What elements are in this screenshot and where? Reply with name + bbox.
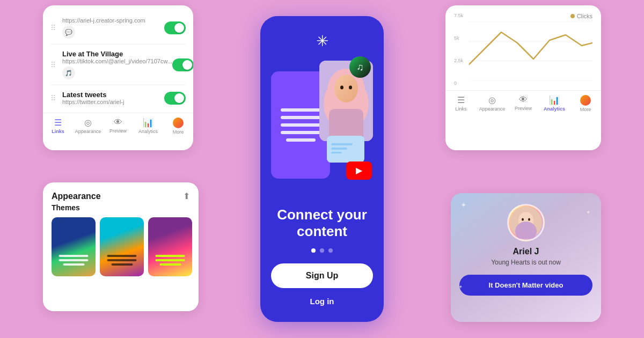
links-icon-analytics: ☰: [457, 95, 465, 105]
chart-y-labels: 7.5k 5k 2.5k 0: [454, 13, 463, 88]
nav-more-label: More: [173, 129, 184, 135]
theme-line-2c: [111, 263, 133, 266]
nav-analytics-preview[interactable]: 👁 Preview: [508, 95, 539, 112]
link-url-3: https://twitter.com/ariel-j: [62, 99, 125, 105]
nav-analytics-appearance-label: Appearance: [479, 106, 506, 112]
nav-bar-analytics: ☰ Links ◎ Appearance 👁 Preview 📊 Analyti…: [445, 90, 601, 114]
theme-line-1c: [63, 263, 84, 266]
center-heading: Connect your content: [271, 207, 373, 240]
toggle-2[interactable]: [172, 58, 193, 71]
nav-analytics-links[interactable]: ☰ Links: [445, 95, 477, 112]
link-title-2: Live at The Village: [62, 50, 172, 58]
preview-nav-icon: 👁: [114, 117, 122, 127]
illus-small-card: [327, 136, 364, 163]
theme-line-2b: [107, 259, 137, 261]
svg-rect-8: [331, 143, 353, 145]
illus-line-2: [281, 116, 321, 119]
appearance-icon-analytics: ◎: [488, 95, 496, 105]
drag-handle-2[interactable]: ⠿: [50, 61, 56, 69]
center-illustration: ♫ ▶: [271, 61, 373, 196]
appearance-card: Appearance ⬆ Themes: [43, 182, 199, 311]
link-icon-2: 🎵: [62, 67, 75, 79]
legend-label-clicks: Clicks: [577, 13, 592, 19]
svg-point-5: [340, 86, 343, 90]
svg-point-6: [349, 86, 352, 90]
center-logo-icon: ✳: [316, 32, 328, 50]
toggle-1[interactable]: [164, 21, 186, 34]
themes-row: [52, 217, 190, 276]
sparkle-1: ✦: [460, 201, 467, 209]
link-icon-chat-1: 💬: [62, 26, 75, 39]
toggle-3[interactable]: [164, 92, 186, 105]
links-nav-icon: ☰: [54, 117, 62, 128]
nav-analytics-preview-label: Preview: [515, 106, 532, 111]
nav-bar-links: ☰ Links ◎ Appearance 👁 Preview 📊 Analyti…: [43, 113, 193, 137]
link-url-2: https://tiktok.com/@ariel_j/video/7107cw…: [62, 58, 172, 64]
profile-avatar: [507, 204, 545, 241]
theme-card-3[interactable]: [148, 217, 192, 276]
illus-line-5: [286, 138, 316, 142]
theme-line-1a: [59, 255, 89, 257]
analytics-nav-icon: 📊: [143, 117, 153, 128]
center-promo-card: ✳: [260, 16, 384, 322]
nav-preview-label: Preview: [109, 128, 127, 134]
dot-3[interactable]: [328, 248, 333, 253]
link-url-1: https://ariel-j.creator-spring.com: [62, 17, 145, 24]
link-title-3: Latest tweets: [62, 91, 125, 99]
theme-card-1[interactable]: [52, 217, 96, 276]
link-item-1: ⠿ https://ariel-j.creator-spring.com 💬: [50, 12, 186, 45]
drag-handle-1[interactable]: ⠿: [50, 24, 56, 32]
nav-appearance[interactable]: ◎ Appearance: [73, 117, 103, 135]
svg-rect-9: [331, 148, 347, 150]
nav-more[interactable]: More: [163, 117, 193, 135]
login-button[interactable]: Log in: [310, 297, 334, 306]
avatar-nav: [173, 117, 184, 128]
chart-area: 7.5k 5k 2.5k 0 Clicks: [454, 13, 592, 88]
theme-line-3a: [156, 255, 185, 257]
nav-analytics-links-label: Links: [455, 106, 466, 112]
svg-rect-10: [331, 152, 342, 153]
svg-point-3: [334, 75, 358, 102]
signup-button[interactable]: Sign Up: [271, 263, 373, 288]
nav-analytics-label: Analytics: [138, 129, 158, 134]
preview-icon-analytics: 👁: [519, 95, 528, 105]
dot-1[interactable]: [311, 248, 316, 253]
y-label-2: 5k: [454, 35, 463, 41]
share-icon[interactable]: ⬆: [183, 191, 190, 201]
theme-line-2a: [107, 255, 137, 257]
illus-line-4: [281, 131, 321, 134]
nav-preview[interactable]: 👁 Preview: [103, 117, 133, 135]
drag-handle-3[interactable]: ⠿: [50, 94, 56, 102]
link-item-3: ⠿ Latest tweets https://twitter.com/arie…: [50, 85, 186, 111]
svg-point-17: [522, 218, 524, 221]
appearance-nav-icon: ◎: [84, 117, 92, 128]
sparkle-3: ✦: [458, 284, 463, 290]
legend-dot-clicks: [570, 14, 575, 18]
profile-name: Ariel J: [513, 247, 539, 256]
dot-2[interactable]: [320, 248, 324, 253]
theme-line-1b: [59, 259, 89, 261]
analytics-icon-analytics: 📊: [549, 95, 560, 105]
nav-analytics-analytics[interactable]: 📊 Analytics: [539, 95, 570, 112]
nav-analytics-more-label: More: [580, 107, 591, 112]
profile-card: ✦ ✦ ✦ Ariel J Young Hearts is out now It…: [451, 193, 601, 322]
chart-legend: Clicks: [570, 13, 592, 19]
link-item-2: ⠿ Live at The Village https://tiktok.com…: [50, 45, 186, 85]
illus-line-1: [281, 108, 321, 112]
sparkle-2: ✦: [586, 209, 590, 215]
line-chart: [469, 21, 592, 80]
nav-analytics-more[interactable]: More: [570, 95, 601, 112]
profile-action-button[interactable]: It Doesn't Matter video: [459, 275, 592, 296]
center-dots: [311, 248, 333, 253]
nav-links-label: Links: [52, 129, 64, 134]
illus-spotify-icon: ♫: [349, 56, 371, 78]
avatar-analytics: [580, 95, 591, 106]
themes-subtitle: Themes: [52, 203, 190, 212]
nav-appearance-label: Appearance: [75, 129, 101, 134]
illus-line-3: [281, 123, 321, 127]
links-card: ⠿ https://ariel-j.creator-spring.com 💬 ⠿: [43, 5, 193, 150]
nav-links[interactable]: ☰ Links: [43, 117, 73, 135]
theme-card-2[interactable]: [100, 217, 144, 276]
nav-analytics[interactable]: 📊 Analytics: [133, 117, 163, 135]
nav-analytics-appearance[interactable]: ◎ Appearance: [477, 95, 508, 112]
